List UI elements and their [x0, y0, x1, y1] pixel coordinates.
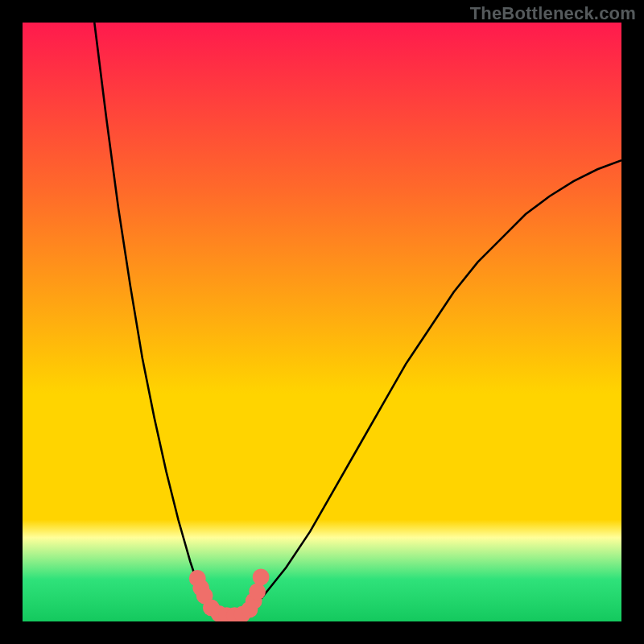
plot-area [23, 23, 621, 621]
outer-frame: TheBottleneck.com [0, 0, 644, 644]
data-marker [253, 569, 270, 586]
heat-gradient-background [23, 23, 621, 621]
data-marker [249, 583, 266, 600]
bottleneck-chart [23, 23, 621, 621]
watermark-text: TheBottleneck.com [470, 3, 636, 24]
